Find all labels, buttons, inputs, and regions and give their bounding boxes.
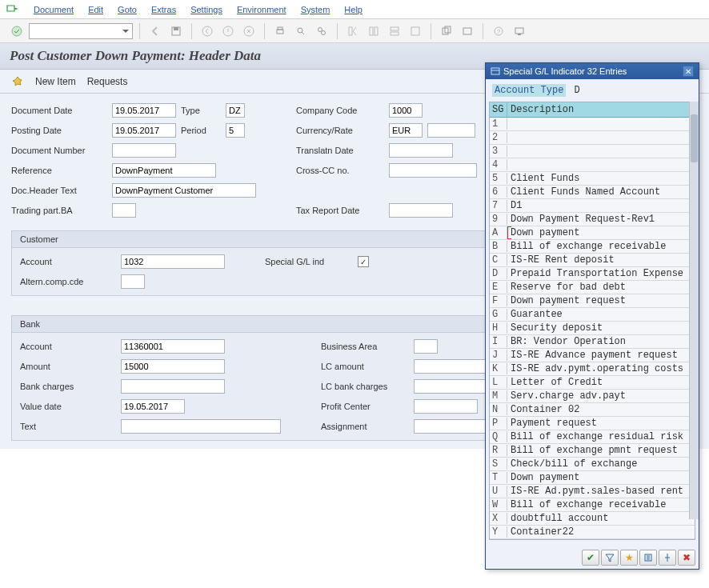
print-icon[interactable] bbox=[271, 22, 289, 40]
list-row[interactable]: Xdoubtfull account bbox=[490, 512, 695, 526]
last-page-icon[interactable] bbox=[407, 22, 424, 40]
back-icon[interactable] bbox=[146, 22, 164, 40]
special-gl-ind-label: Special G/L ind bbox=[265, 257, 353, 266]
rate-input[interactable] bbox=[427, 123, 475, 138]
list-row[interactable]: UIS-RE Ad.pymt.sales-based rent bbox=[490, 485, 695, 498]
list-row[interactable]: NContainer 02 bbox=[490, 403, 695, 417]
list-row[interactable]: PPayment request bbox=[490, 417, 695, 430]
list-row[interactable]: YContainer22 bbox=[490, 526, 695, 539]
list-row[interactable]: SCheck/bill of exchange bbox=[490, 458, 695, 471]
customer-account-input[interactable] bbox=[121, 254, 225, 269]
posting-date-input[interactable] bbox=[112, 123, 176, 138]
list-row[interactable]: 7D1 bbox=[490, 199, 695, 213]
list-row[interactable]: 6Client Funds Named Account bbox=[490, 186, 695, 199]
svg-rect-14 bbox=[391, 27, 399, 30]
menu-goto[interactable]: Goto bbox=[118, 5, 137, 14]
requests-link[interactable]: Requests bbox=[87, 76, 128, 87]
list-row[interactable]: QBill of exchange residual risk bbox=[490, 430, 695, 444]
list-cell-sg: L bbox=[490, 377, 507, 388]
find-next-icon[interactable] bbox=[313, 22, 330, 40]
menu-extras[interactable]: Extras bbox=[151, 5, 176, 14]
cross-cc-no-input[interactable] bbox=[389, 163, 477, 178]
list-row[interactable]: 4 bbox=[490, 158, 695, 172]
new-item-icon[interactable] bbox=[11, 75, 24, 88]
translatn-date-input[interactable] bbox=[389, 143, 453, 158]
ok-icon[interactable]: ✔ bbox=[582, 550, 599, 566]
company-code-input[interactable] bbox=[389, 103, 423, 118]
first-page-icon[interactable] bbox=[344, 22, 362, 40]
list-row[interactable]: 5Client Funds bbox=[490, 172, 695, 186]
list-row[interactable]: 3 bbox=[490, 145, 695, 158]
trading-part-ba-input[interactable] bbox=[112, 203, 136, 218]
list-row[interactable]: FDown payment request bbox=[490, 294, 695, 308]
list-row[interactable]: RBill of exchange pmnt request bbox=[490, 444, 695, 458]
save-icon[interactable] bbox=[167, 22, 185, 40]
profit-center-input[interactable] bbox=[414, 399, 478, 414]
menu-settings[interactable]: Settings bbox=[190, 5, 222, 14]
list-row[interactable]: BBill of exchange receivable bbox=[490, 240, 695, 254]
list-row[interactable]: 2 bbox=[490, 131, 695, 145]
altern-comp-cde-input[interactable] bbox=[121, 274, 145, 289]
menu-edit[interactable]: Edit bbox=[88, 5, 103, 14]
document-number-input[interactable] bbox=[112, 143, 176, 158]
new-session-icon[interactable] bbox=[438, 22, 455, 40]
currency-input[interactable] bbox=[389, 123, 423, 138]
find-icon[interactable] bbox=[292, 22, 310, 40]
menu-system[interactable]: System bbox=[301, 5, 330, 14]
nav-exit-icon[interactable] bbox=[219, 22, 237, 40]
tax-report-date-input[interactable] bbox=[389, 203, 453, 218]
popup-scrollbar[interactable] bbox=[689, 102, 699, 519]
nav-back-icon[interactable] bbox=[198, 22, 216, 40]
menu-help[interactable]: Help bbox=[344, 5, 363, 14]
list-row[interactable]: KIS-RE adv.pymt.operating costs bbox=[490, 362, 695, 376]
doc-header-text-input[interactable] bbox=[112, 183, 256, 198]
list-row[interactable]: ADown payment bbox=[490, 226, 695, 240]
list-row[interactable]: 9Down Payment Request-Rev1 bbox=[490, 213, 695, 226]
nav-cancel-icon[interactable] bbox=[240, 22, 258, 40]
list-row[interactable]: JIS-RE Advance payment request bbox=[490, 349, 695, 362]
list-row[interactable]: WBill of exchange receivable bbox=[490, 498, 695, 512]
enter-icon[interactable] bbox=[8, 22, 26, 40]
new-item-link[interactable]: New Item bbox=[35, 76, 76, 87]
business-area-input[interactable] bbox=[414, 339, 438, 354]
list-row[interactable]: DPrepaid Transportation Expense bbox=[490, 267, 695, 281]
type-input[interactable] bbox=[226, 103, 245, 118]
document-date-input[interactable] bbox=[112, 103, 176, 118]
bank-account-input[interactable] bbox=[121, 339, 225, 354]
menu-environment[interactable]: Environment bbox=[237, 5, 286, 14]
shortcut-icon[interactable] bbox=[459, 22, 476, 40]
filter-icon[interactable] bbox=[601, 550, 619, 566]
tech-info-icon[interactable] bbox=[639, 550, 657, 566]
favorite-icon[interactable]: ★ bbox=[620, 550, 638, 566]
list-row[interactable]: 1 bbox=[490, 118, 695, 131]
value-date-input[interactable] bbox=[121, 399, 185, 414]
list-row[interactable]: CIS-RE Rent deposit bbox=[490, 254, 695, 267]
list-row[interactable]: EReserve for bad debt bbox=[490, 281, 695, 294]
help-icon[interactable]: ? bbox=[490, 22, 507, 40]
layout-icon[interactable] bbox=[511, 22, 528, 40]
prev-page-icon[interactable] bbox=[365, 22, 383, 40]
app-menu-icon[interactable] bbox=[5, 2, 19, 17]
list-row[interactable]: LLetter of Credit bbox=[490, 376, 695, 390]
list-row[interactable]: MServ.charge adv.payt bbox=[490, 390, 695, 403]
list-row[interactable]: IBR: Vendor Operation bbox=[490, 335, 695, 349]
command-field[interactable] bbox=[29, 23, 133, 39]
next-page-icon[interactable] bbox=[386, 22, 403, 40]
amount-input[interactable] bbox=[121, 359, 225, 374]
list-row[interactable]: TDown payment bbox=[490, 471, 695, 485]
bank-charges-input[interactable] bbox=[121, 379, 225, 394]
cancel-icon[interactable]: ✖ bbox=[678, 550, 695, 566]
pin-icon[interactable] bbox=[659, 550, 676, 566]
list-cell-desc: Container22 bbox=[507, 526, 695, 538]
special-gl-ind-checkbox[interactable]: ✓ bbox=[358, 256, 369, 267]
list-row[interactable]: GGuarantee bbox=[490, 308, 695, 322]
period-input[interactable] bbox=[226, 123, 245, 138]
list-row[interactable]: HSecurity deposit bbox=[490, 322, 695, 335]
list-cell-sg: 9 bbox=[490, 214, 507, 225]
text-input[interactable] bbox=[121, 419, 281, 434]
reference-input[interactable] bbox=[112, 163, 216, 178]
popup-close-icon[interactable]: ✕ bbox=[683, 66, 694, 77]
col-header-desc[interactable]: Description bbox=[507, 102, 695, 117]
col-header-sg[interactable]: SG bbox=[490, 102, 507, 117]
menu-document[interactable]: Document bbox=[34, 5, 74, 14]
